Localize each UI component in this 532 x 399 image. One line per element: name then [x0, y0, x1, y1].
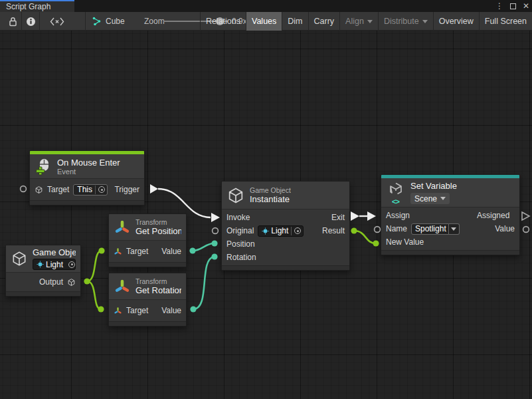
value-port-label: Value: [161, 247, 181, 256]
chevron-down-icon: [367, 20, 373, 23]
transform-mini-icon: [114, 247, 122, 256]
variables-glyph-icon: <>: [392, 198, 399, 205]
variable-scope-dropdown[interactable]: Scene: [410, 193, 450, 204]
chevron-down-icon: [422, 20, 428, 23]
align-dropdown[interactable]: Align: [339, 12, 378, 31]
graph-toolbar: Cube Zoom 0.9x Relations Values Dim Carr…: [0, 12, 532, 31]
game-object-icon: [11, 250, 28, 267]
rotation-port-label: Rotation: [226, 253, 256, 262]
node-title: Get Rotation: [135, 285, 181, 295]
game-object-icon: [226, 186, 245, 205]
variable-name-field[interactable]: Spotlight: [411, 223, 449, 235]
new-value-port-label: New Value: [386, 237, 424, 247]
result-port-label: Result: [322, 226, 345, 235]
node-instantiate[interactable]: Game Object Instantiate Invoke Exit Orig…: [221, 181, 350, 271]
graph-name: Cube: [106, 12, 125, 31]
code-icon: [50, 17, 64, 26]
code-view-button[interactable]: [40, 12, 74, 31]
assign-port-label: Assign: [386, 211, 410, 220]
lock-icon: [9, 17, 17, 27]
lock-button[interactable]: [4, 12, 21, 31]
position-port-label: Position: [226, 239, 255, 249]
node-category: Transform: [135, 277, 181, 285]
target-value-field[interactable]: This: [73, 184, 108, 196]
node-title: Set Variable: [410, 181, 457, 191]
target-port-label: Target: [47, 185, 69, 194]
chevron-down-icon: [451, 227, 456, 231]
menu-icon[interactable]: ⋮: [495, 0, 503, 12]
original-value-field[interactable]: Light: [258, 225, 304, 237]
node-category: Transform: [135, 218, 181, 226]
fullscreen-button[interactable]: Full Screen: [479, 12, 532, 31]
toolbar-buttons: Relations Values Dim Carry Align Distrib…: [200, 12, 532, 31]
node-on-mouse-enter[interactable]: On Mouse Enter Event Target This Trigger: [29, 150, 145, 205]
close-icon[interactable]: ✕: [523, 0, 529, 12]
node-set-variable[interactable]: <> Set Variable Scene Assign Assigned Na…: [381, 174, 520, 255]
light-icon: [37, 261, 44, 268]
node-category: Game Object: [250, 186, 291, 194]
tab-bar: Script Graph ⋮ ✕: [0, 0, 532, 12]
values-button[interactable]: Values: [246, 12, 282, 31]
node-title: Game Object: [33, 247, 76, 257]
assigned-port-label: Assigned: [477, 211, 515, 220]
target-port-label: Target: [126, 306, 148, 315]
exit-port-label: Exit: [331, 213, 345, 222]
object-picker-icon[interactable]: [294, 227, 301, 234]
zoom-label: Zoom: [144, 12, 165, 31]
node-title: Get Position: [135, 226, 181, 236]
info-button[interactable]: [22, 12, 39, 31]
output-port-label: Output: [39, 277, 63, 287]
node-title: Instantiate: [250, 194, 291, 204]
transform-mini-icon: [114, 307, 122, 315]
distribute-dropdown[interactable]: Distribute: [378, 12, 433, 31]
unity-script-graph-window: Script Graph ⋮ ✕: [0, 0, 532, 399]
set-variable-icon: <>: [386, 182, 406, 204]
value-port-label: Value: [495, 224, 515, 233]
relations-button[interactable]: Relations: [200, 12, 246, 31]
object-picker-icon[interactable]: [98, 186, 105, 193]
node-get-rotation[interactable]: Transform Get Rotation Target Value: [108, 273, 187, 327]
original-port-label: Original: [226, 226, 254, 235]
maximize-icon[interactable]: [510, 3, 516, 9]
tab-script-graph[interactable]: Script Graph: [0, 0, 74, 12]
light-icon: [262, 227, 269, 235]
name-port-label: Name: [386, 224, 407, 233]
transform-icon: [114, 219, 131, 236]
node-subtitle: Event: [57, 168, 120, 176]
mouse-enter-icon: [35, 158, 52, 176]
node-get-position[interactable]: Transform Get Position Target Value: [108, 213, 187, 267]
carry-button[interactable]: Carry: [308, 12, 340, 31]
node-game-object-literal[interactable]: Game Object Light Output: [5, 245, 81, 297]
graph-pointer-icon: [90, 12, 104, 31]
window-controls: ⋮ ✕: [495, 0, 529, 12]
object-value-field[interactable]: Light: [33, 259, 76, 270]
node-title: On Mouse Enter: [57, 158, 120, 168]
variable-name-dropdown[interactable]: [449, 223, 460, 235]
tab-label: Script Graph: [6, 2, 50, 11]
object-picker-icon[interactable]: [68, 261, 75, 268]
dim-button[interactable]: Dim: [282, 12, 308, 31]
value-port-label: Value: [161, 306, 181, 315]
chevron-down-icon: [440, 197, 446, 200]
game-object-mini-icon: [35, 186, 43, 194]
trigger-port-label: Trigger: [114, 185, 139, 194]
info-icon: [26, 17, 36, 27]
game-object-mini-icon: [67, 278, 76, 287]
overview-button[interactable]: Overview: [433, 12, 479, 31]
target-port-label: Target: [126, 247, 148, 256]
invoke-port-label: Invoke: [226, 213, 250, 222]
transform-icon: [114, 278, 131, 295]
